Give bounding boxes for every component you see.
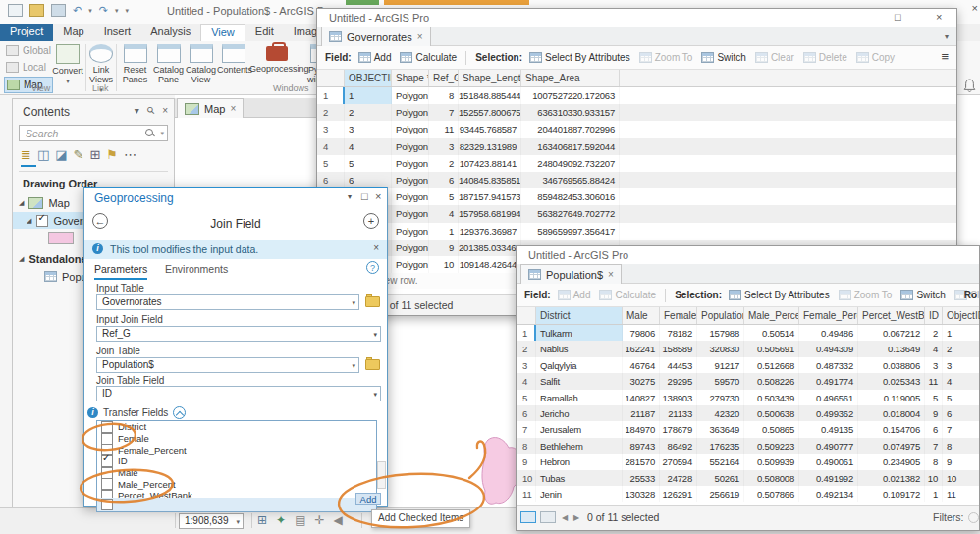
cell[interactable]: 151848.885444 (459, 87, 521, 104)
filter-icon[interactable] (968, 512, 979, 523)
table-row[interactable]: 4Salfit3027529295595700.5082260.4917740.… (517, 373, 979, 389)
cell[interactable]: 0.49486 (799, 325, 858, 341)
row-number-cell[interactable]: 10 (517, 470, 536, 486)
table-row[interactable]: 11Jenin1303281262912566190.5078660.49213… (517, 486, 979, 502)
ribbon-tab-analysis[interactable]: Analysis (140, 24, 200, 41)
cell[interactable]: 11 (429, 121, 459, 137)
contents-menu-icon[interactable]: ▾ (135, 105, 139, 116)
info-close-icon[interactable]: × (373, 242, 379, 253)
transfer-field-item[interactable]: Male (97, 467, 376, 479)
cell[interactable]: 1007527220.172063 (521, 87, 620, 104)
cell[interactable]: 256619 (697, 486, 744, 502)
cell[interactable]: 6 (925, 421, 943, 437)
checkbox-unchecked[interactable] (101, 421, 113, 433)
cell[interactable]: 140827 (623, 390, 660, 405)
ribbon-button-convert[interactable]: Convert▾ (51, 43, 84, 92)
row-number-cell[interactable]: 7 (517, 421, 536, 437)
cell[interactable]: 859482453.306016 (521, 188, 620, 205)
cell[interactable]: 10 (429, 256, 459, 273)
column-header-id[interactable]: ID (925, 307, 943, 324)
close-map-tab-icon[interactable]: × (230, 103, 236, 114)
redo-icon[interactable]: ↷ (99, 5, 108, 16)
cell[interactable]: 11 (943, 486, 979, 502)
cell[interactable]: 0.025343 (858, 373, 925, 389)
cell[interactable]: 0.503439 (744, 390, 799, 405)
cell[interactable]: 0.49135 (799, 421, 858, 437)
cell[interactable]: Polygon (392, 87, 429, 104)
cell[interactable]: 0.119005 (858, 390, 925, 405)
checkbox-checked[interactable]: ✓ (101, 455, 113, 467)
map-scale-combo[interactable]: 1:908,639▾ (179, 513, 244, 529)
ribbon-button-catalog[interactable]: CatalogPane (152, 43, 185, 92)
cell[interactable]: 7 (943, 421, 979, 437)
cell[interactable]: 201385.033467 (459, 240, 521, 256)
cell[interactable]: 0.491992 (799, 470, 858, 486)
row-number-cell[interactable]: 1 (517, 325, 536, 341)
help-icon[interactable]: ? (366, 261, 379, 274)
input-table-combo[interactable]: Governorates▾ (96, 294, 359, 310)
toolbar-button-switch[interactable]: Switch (701, 52, 745, 63)
table-row[interactable]: 55Polygon2107423.88141248049092.732207 (317, 155, 956, 172)
table-row[interactable]: 6Jericho2118721133423200.5006380.4993620… (517, 405, 979, 421)
input-join-field-combo[interactable]: Ref_G▾ (96, 326, 381, 342)
cell[interactable]: 24728 (660, 470, 697, 486)
cell[interactable]: 0.234905 (858, 454, 925, 469)
row-number-cell[interactable]: 5 (317, 155, 345, 172)
cell[interactable]: 0.50514 (744, 325, 799, 341)
browse-folder-icon[interactable] (365, 359, 380, 370)
table-row[interactable]: 88Polygon4157958.681994563827649.702772 (317, 205, 956, 222)
cell[interactable]: 4 (943, 373, 979, 389)
cell[interactable]: 270594 (660, 454, 697, 469)
close-tab-icon[interactable]: × (608, 269, 614, 280)
list-by-labeling-icon[interactable]: ⊞ (89, 147, 100, 162)
cell[interactable]: 11 (925, 373, 943, 389)
row-number-cell[interactable]: 3 (317, 121, 345, 137)
notification-bell-icon[interactable] (963, 79, 976, 93)
redo-dropdown-icon[interactable]: ▾ (115, 7, 119, 15)
row-number-cell[interactable]: 5 (517, 390, 536, 405)
cell[interactable]: 8 (943, 438, 979, 454)
table-row[interactable]: 33Polygon1193445.768587204401887.702996 (317, 121, 956, 137)
cell[interactable]: 5 (943, 390, 979, 405)
undo-dropdown-icon[interactable]: ▾ (88, 7, 92, 15)
cell[interactable]: 3 (925, 357, 943, 373)
table-row[interactable]: 22Polygon7152557.800675636310330.933157 (317, 104, 956, 121)
cell[interactable]: 9 (943, 454, 979, 469)
checkbox-unchecked[interactable] (101, 467, 113, 479)
table-row[interactable]: 66Polygon6140845.835851346769565.88424 (317, 172, 956, 188)
cell[interactable]: 29295 (660, 373, 697, 389)
cell[interactable]: 130328 (623, 486, 660, 502)
cell[interactable]: 178679 (660, 421, 697, 437)
row-number-cell[interactable]: 3 (517, 357, 536, 373)
layer-symbol-swatch[interactable] (48, 232, 74, 244)
cell[interactable]: 4 (925, 341, 943, 356)
transfer-field-item[interactable]: Male_Percent (97, 478, 376, 490)
column-header-shape-length[interactable]: Shape_Length (459, 70, 521, 86)
cell[interactable]: 9 (925, 405, 943, 421)
tab-population[interactable]: Population$ × (520, 264, 622, 284)
cell[interactable]: 59570 (697, 373, 744, 389)
cell[interactable]: 50261 (697, 470, 744, 486)
ribbon-button-contents[interactable]: Contents (217, 43, 249, 92)
cell[interactable]: 8 (429, 87, 459, 104)
collapse-icon[interactable] (173, 406, 186, 419)
cell[interactable]: 157958.681994 (459, 205, 521, 222)
cell[interactable]: Polygon (392, 138, 429, 155)
row-number-cell[interactable]: 4 (317, 138, 345, 155)
tab-environments[interactable]: Environments (165, 263, 228, 275)
flash-icon[interactable]: ✦ (276, 513, 286, 527)
cell[interactable]: 152557.800675 (459, 104, 521, 121)
column-header-female[interactable]: Female (660, 307, 697, 324)
row-number-cell[interactable]: 4 (517, 373, 536, 389)
contents-close-icon[interactable]: × (162, 105, 168, 116)
cell[interactable]: 1 (429, 223, 459, 240)
cell[interactable]: 42320 (697, 405, 744, 421)
cell[interactable]: 82329.131989 (459, 138, 521, 155)
cell[interactable]: 281570 (623, 454, 660, 469)
cell[interactable]: 78182 (660, 325, 697, 341)
ribbon-button-reset[interactable]: ResetPanes (119, 43, 151, 92)
expand-icon[interactable]: ◢ (19, 199, 24, 207)
cell[interactable]: 0.487332 (799, 357, 858, 373)
cell[interactable]: 552164 (697, 454, 744, 469)
panel-maximize-icon[interactable]: □ (361, 190, 368, 202)
